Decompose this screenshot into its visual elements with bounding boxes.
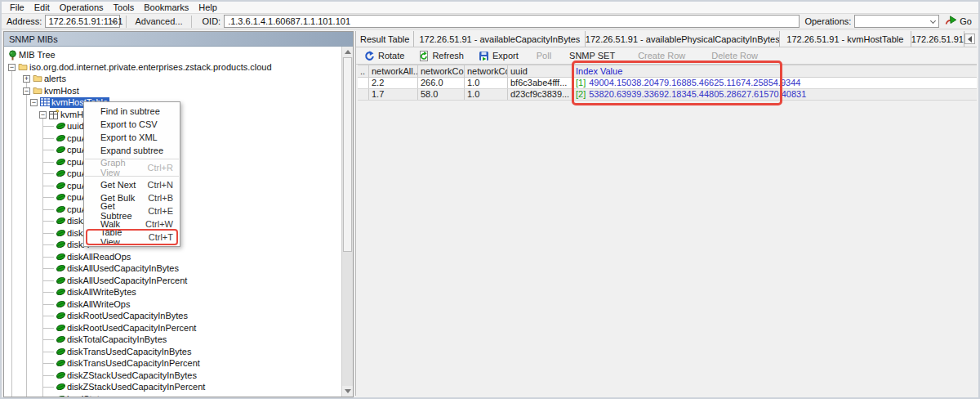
expand-plus-icon[interactable]: +	[23, 75, 30, 83]
context-menu-item-table-view[interactable]: Table ViewCtrl+T	[84, 231, 180, 244]
tree-row: diskTransUsedCapacityInPercent	[4, 357, 341, 370]
tree-node-ipmistatus[interactable]: ipmiStatus	[65, 394, 110, 397]
column-header-index-value[interactable]: Index Value	[573, 65, 977, 77]
tree-scrollbar[interactable]	[341, 47, 353, 397]
menu-item-label: Find in subtree	[100, 106, 160, 116]
menu-bookmarks[interactable]: Bookmarks	[139, 2, 194, 13]
scroll-down-button[interactable]	[342, 386, 353, 397]
table-cell: bf6c3abe4fff...	[508, 78, 573, 88]
result-toolbar: RotateRefreshExportPollSNMP SETCreate Ro…	[356, 47, 977, 65]
context-menu-item-expand-subtree[interactable]: Expand subtree	[84, 144, 180, 157]
tab-result-table[interactable]: Result Table	[356, 31, 414, 47]
column-header-index[interactable]: ..	[358, 65, 369, 77]
tree-branch-line	[43, 150, 54, 150]
refresh-button[interactable]: Refresh	[419, 51, 464, 61]
tree-node-diskzstackusedcapacityinbytes[interactable]: diskZStackUsedCapacityInBytes	[65, 370, 198, 381]
menu-item-label: Table View	[100, 227, 142, 247]
tree-node-diskrootusedcapacityinpercent[interactable]: diskRootUsedCapacityInPercent	[65, 323, 198, 334]
collapse-minus-icon[interactable]: −	[30, 99, 38, 106]
tree-branch-line	[43, 257, 54, 258]
tree-branch-line	[43, 387, 54, 388]
toolbar-button-label: Export	[492, 51, 519, 61]
context-menu-item-export-to-csv[interactable]: Export to CSV	[84, 118, 180, 131]
tree-branch-line	[43, 316, 54, 316]
snmp-mibs-header: SNMP MIBs	[4, 32, 353, 47]
oid-input[interactable]: .1.3.6.1.4.1.60687.1.1.101.101	[224, 15, 800, 28]
chevron-down-icon[interactable]	[930, 18, 936, 24]
table-row[interactable]: 2.2266.01.0bf6c3abe4fff...[1]49004.15038…	[358, 78, 977, 89]
index-value-text: 53820.63939.33692.18345.44805.28627.6157…	[589, 89, 806, 99]
menu-edit[interactable]: Edit	[29, 2, 55, 13]
index-badge: [2]	[576, 89, 586, 99]
toolbar-button-label: Refresh	[432, 51, 464, 61]
menu-operations[interactable]: Operations	[55, 2, 109, 13]
tree-branch-line	[43, 221, 54, 222]
tab-172-26-51-91-kvmhosttable[interactable]: 172.26.51.91 - kvmHostTable	[780, 31, 911, 47]
advanced-button[interactable]: Advanced...	[132, 16, 185, 26]
tree-branch-line	[43, 209, 54, 210]
toolbar-button-label: Poll	[537, 51, 551, 61]
tab-172-26-51-91-availablephysicalcapacityinbytes[interactable]: 172.26.51.91 - availablePhysicalCapacity…	[586, 31, 780, 47]
menu-help[interactable]: Help	[194, 2, 222, 13]
tree-node-diskallusedcapacityinbytes[interactable]: diskAllUsedCapacityInBytes	[65, 263, 180, 274]
toolbar-button-label: SNMP SET	[569, 51, 615, 61]
tree-node-disktransusedcapacityinpercent[interactable]: diskTransUsedCapacityInPercent	[65, 358, 202, 369]
index-value-text: 49004.15038.20479.16885.46625.11674.2585…	[589, 78, 800, 87]
tree-row: diskRootUsedCapacityInBytes	[4, 310, 341, 322]
tree-node-diskallusedcapacityinpercent[interactable]: diskAllUsedCapacityInPercent	[65, 276, 189, 286]
export-button[interactable]: Export	[479, 51, 519, 61]
tree-node-disktotalcapacityinbytes[interactable]: diskTotalCapacityInBytes	[65, 334, 168, 345]
tree-branch-line	[43, 328, 54, 329]
tab-bar: Result Table172.26.51.91 - availableCapa…	[356, 31, 977, 47]
separator	[191, 16, 192, 28]
collapse-minus-icon[interactable]: −	[8, 64, 16, 71]
context-menu-item-get-next[interactable]: Get NextCtrl+N	[84, 178, 180, 191]
address-combobox[interactable]: 172.26.51.91:1161	[45, 15, 120, 28]
table-cell: 1.0	[465, 78, 508, 88]
column-header-networkco[interactable]: networkCo...	[465, 65, 508, 77]
menu-item-shortcut: Ctrl+E	[148, 206, 173, 216]
collapse-minus-icon[interactable]: −	[39, 111, 47, 119]
column-header-uuid[interactable]: uuid	[508, 65, 573, 77]
tree-node-diskallwriteops[interactable]: diskAllWriteOps	[65, 299, 131, 310]
tab-172-26-51-91[interactable]: 172.26.51.91	[911, 31, 964, 47]
tree-node-mib-tree[interactable]: MIB Tree	[17, 50, 57, 61]
tree-node-diskzstackusedcapacityinpercent[interactable]: diskZStackUsedCapacityInPercent	[65, 382, 207, 392]
operations-combobox[interactable]	[854, 15, 939, 28]
index-value-cell: [1]49004.15038.20479.16885.46625.11674.2…	[573, 78, 977, 88]
tree-node-diskallwritebytes[interactable]: diskAllWriteBytes	[65, 287, 138, 298]
tree-row: diskAllWriteOps	[4, 298, 341, 311]
scrollbar-thumb[interactable]	[343, 57, 352, 252]
menu-item-label: Export to XML	[100, 132, 158, 142]
table-cell: 1.7	[369, 89, 418, 100]
collapse-minus-icon[interactable]: −	[23, 87, 30, 95]
context-menu-item-find-in-subtree[interactable]: Find in subtree	[84, 105, 180, 118]
context-menu-item-get-subtree[interactable]: Get SubtreeCtrl+E	[84, 204, 180, 217]
go-button[interactable]: Go	[944, 16, 972, 27]
tree-row: diskAllReadOps	[4, 251, 341, 263]
poll-button: Poll	[537, 51, 551, 61]
rotate-button[interactable]: Rotate	[364, 51, 404, 61]
tree-node-diskrootusedcapacityinbytes[interactable]: diskRootUsedCapacityInBytes	[65, 311, 189, 321]
tree-node-alerts[interactable]: alerts	[42, 74, 68, 84]
tree-node-kvmhost[interactable]: kvmHost	[42, 86, 81, 96]
context-menu-item-export-to-xml[interactable]: Export to XML	[84, 131, 180, 144]
column-header-networkco[interactable]: networkCo...	[418, 65, 465, 77]
tree-node-disktransusedcapacityinbytes[interactable]: diskTransUsedCapacityInBytes	[65, 347, 193, 357]
tree-row: diskTotalCapacityInBytes	[4, 334, 341, 346]
menu-tools[interactable]: Tools	[109, 2, 140, 13]
toolbar-button-label: Delete Row	[711, 51, 758, 61]
tree-node-diskallreadops[interactable]: diskAllReadOps	[65, 252, 132, 262]
tab-scroll-left-button[interactable]	[964, 34, 975, 44]
tree-node-iso-org-dod-internet-private-enterprises-zstack-products-cloud[interactable]: iso.org.dod.internet.private.enterprises…	[28, 62, 274, 73]
menu-file[interactable]: File	[5, 2, 29, 13]
menu-item-shortcut: Ctrl+T	[149, 232, 173, 242]
tab-172-26-51-91-availablecapacityinbytes[interactable]: 172.26.51.91 - availableCapacityInBytes	[414, 31, 586, 47]
address-bar: Address: 172.26.51.91:1161 Advanced... O…	[2, 14, 978, 29]
scroll-up-button[interactable]	[342, 47, 353, 57]
table-row[interactable]: 1.758.01.0d23cf9c3839...[2]53820.63939.3…	[358, 89, 977, 101]
operations-label: Operations:	[804, 16, 851, 26]
column-header-networkall[interactable]: networkAll...	[369, 65, 418, 77]
snmp-set-button[interactable]: SNMP SET	[569, 51, 615, 61]
address-label: Address:	[7, 16, 42, 26]
